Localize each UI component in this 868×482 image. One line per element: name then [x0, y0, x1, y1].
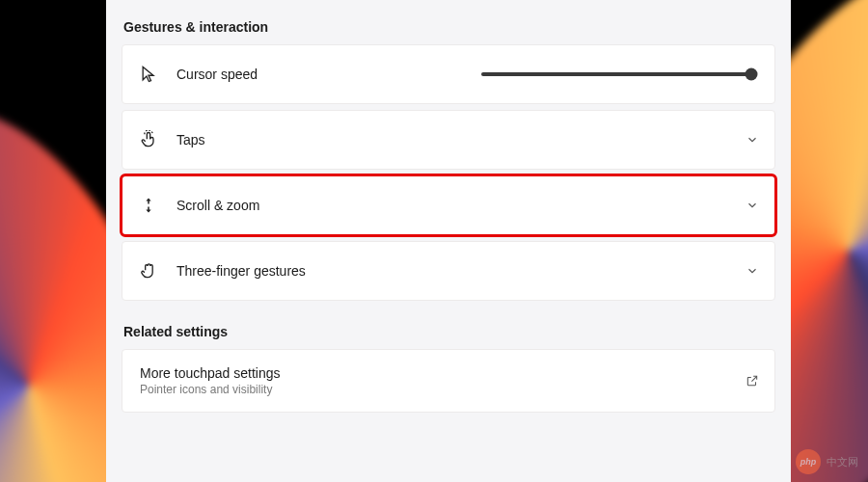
setting-row-taps[interactable]: Taps — [122, 110, 775, 170]
slider-thumb[interactable] — [746, 68, 758, 81]
watermark-badge: php — [796, 449, 821, 474]
open-external-icon — [746, 374, 759, 388]
scroll-zoom-icon — [138, 195, 159, 216]
setting-label: More touchpad settings — [140, 365, 746, 381]
tap-icon — [138, 129, 159, 150]
section-header-gestures: Gestures & interaction — [123, 19, 773, 35]
setting-label: Scroll & zoom — [176, 198, 746, 213]
setting-row-more-touchpad[interactable]: More touchpad settings Pointer icons and… — [122, 349, 775, 413]
cursor-speed-slider[interactable] — [481, 72, 751, 76]
cursor-arrow-icon — [138, 64, 159, 85]
setting-sublabel: Pointer icons and visibility — [140, 383, 746, 396]
setting-row-cursor-speed[interactable]: Cursor speed — [122, 44, 775, 104]
chevron-down-icon — [746, 264, 759, 278]
setting-label: Three-finger gestures — [176, 263, 746, 279]
watermark-text: 中文网 — [827, 455, 858, 469]
three-finger-icon — [138, 260, 159, 281]
setting-row-three-finger[interactable]: Three-finger gestures — [122, 241, 775, 301]
chevron-down-icon — [746, 133, 759, 147]
watermark: php 中文网 — [796, 449, 858, 474]
setting-row-scroll-zoom[interactable]: Scroll & zoom — [122, 175, 775, 235]
setting-label: Taps — [176, 132, 746, 147]
chevron-down-icon — [746, 199, 759, 212]
setting-label: Cursor speed — [176, 67, 481, 82]
section-header-related: Related settings — [123, 324, 773, 339]
settings-panel: Gestures & interaction Cursor speed Taps — [106, 0, 791, 482]
